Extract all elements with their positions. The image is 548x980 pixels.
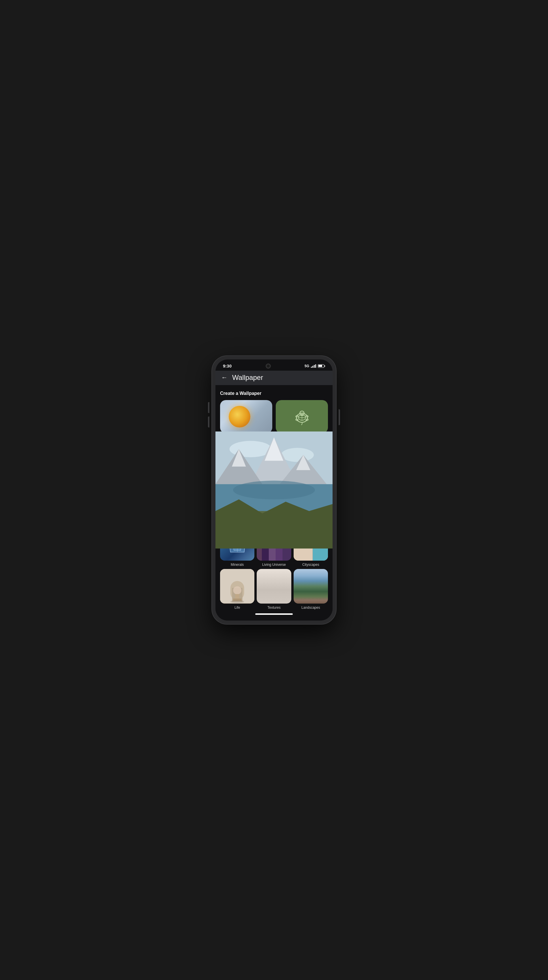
power-button[interactable] (339, 409, 340, 425)
gallery-grid: Minerals (220, 526, 328, 609)
volume-down-button[interactable] (208, 417, 209, 428)
landscapes-image (294, 569, 328, 603)
content-area: Create a Wallpaper AI wallpaper (215, 385, 333, 611)
phone-screen: 9:30 5G ← Wallpap (215, 360, 333, 620)
phone-frame: 9:30 5G ← Wallpap (212, 356, 336, 624)
landscapes-svg (294, 569, 328, 603)
landscapes-item[interactable]: Landscapes (294, 569, 328, 609)
landscapes-bg (294, 569, 328, 603)
volume-up-button[interactable] (208, 402, 209, 413)
